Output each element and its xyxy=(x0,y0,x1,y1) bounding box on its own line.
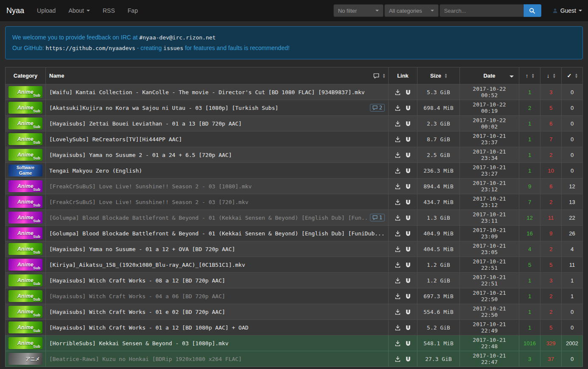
nav-item-about[interactable]: About xyxy=(62,0,96,21)
torrent-name-link[interactable]: Tengai Makyou Zero (English) xyxy=(49,168,385,174)
header-leechers[interactable]: ↓▴▾ xyxy=(540,67,562,84)
category-select[interactable]: All categories xyxy=(384,4,439,17)
download-link[interactable] xyxy=(395,120,401,127)
torrent-name-link[interactable]: [FreakCrSuBuS] Love Live! Sunshine!! Sea… xyxy=(49,183,385,190)
torrent-name-link[interactable]: [LovelySubs] ReCreators[TV][Hi444PP AAC] xyxy=(49,136,385,143)
magnet-link[interactable] xyxy=(405,278,411,284)
magnet-link[interactable] xyxy=(405,294,411,299)
issues-link[interactable]: issues xyxy=(163,45,183,51)
torrent-name-link[interactable]: [Hayaisubs] Yama no Susume - 01 a 12 + O… xyxy=(49,246,385,252)
seeders-cell: 1 xyxy=(519,320,540,335)
filter-select[interactable]: No filter xyxy=(333,4,384,17)
category-icon-anime-non-english-translated[interactable]: AnimeSub xyxy=(8,212,42,224)
download-link[interactable] xyxy=(395,340,401,347)
magnet-link[interactable] xyxy=(405,325,411,331)
category-icon-anime-english-translated[interactable]: AnimeSub xyxy=(8,321,42,333)
magnet-icon xyxy=(405,325,411,331)
category-icon-anime-non-english-translated[interactable]: AnimeSub xyxy=(8,196,42,208)
download-link[interactable] xyxy=(395,215,401,221)
category-icon-anime-raw[interactable]: アニメ xyxy=(8,353,42,365)
torrent-name-link[interactable]: [FreakCrSuBuS] Love Live! Sunshine!! Sea… xyxy=(49,199,385,205)
download-link[interactable] xyxy=(395,293,401,299)
magnet-link[interactable] xyxy=(405,168,411,174)
github-link[interactable]: https://github.com/nyaadevs xyxy=(46,45,135,51)
torrent-name-link[interactable]: [Hayaisubs] Witch Craft Works - 04 a 06 … xyxy=(49,293,385,299)
torrent-name-link[interactable]: [Golumpa] Blood Blockade Battlefront & B… xyxy=(49,230,385,237)
search-button[interactable] xyxy=(524,4,541,17)
magnet-link[interactable] xyxy=(405,89,411,95)
download-link[interactable] xyxy=(395,356,401,362)
magnet-link[interactable] xyxy=(405,341,411,347)
header-size[interactable]: Size▴▾ xyxy=(417,67,460,84)
download-link[interactable] xyxy=(395,136,401,143)
header-date[interactable]: Date xyxy=(460,67,519,84)
link-cell xyxy=(389,194,417,210)
magnet-link[interactable] xyxy=(405,215,411,221)
torrent-name-link[interactable]: [Hayaisubs] Witch Craft Works - 08 a 12 … xyxy=(49,277,385,284)
magnet-icon xyxy=(405,341,411,347)
magnet-link[interactable] xyxy=(405,231,411,237)
nav-item-rss[interactable]: RSS xyxy=(96,0,121,21)
check-icon: ✓ xyxy=(567,73,572,79)
torrent-name-link[interactable]: [Akatsuki]Kujira no Kora wa Sajou ni Uta… xyxy=(49,105,367,111)
download-link[interactable] xyxy=(395,324,401,331)
comments-badge[interactable]: 2 xyxy=(370,104,385,112)
category-icon-anime-english-translated[interactable]: AnimeSub xyxy=(8,290,42,302)
torrent-name-link[interactable]: [Hayaisubs] Witch Craft Works - 01 e 02 … xyxy=(49,309,385,315)
category-icon-anime-non-english-translated[interactable]: AnimeSub xyxy=(8,227,42,239)
magnet-link[interactable] xyxy=(405,262,411,268)
issues-code: issues xyxy=(163,45,183,51)
category-icon-anime-english-translated[interactable]: AnimeSub xyxy=(8,102,42,114)
torrent-name-link[interactable]: [Hayaisubs] Witch Craft Works - 01 a 12 … xyxy=(49,324,385,331)
magnet-link[interactable] xyxy=(405,184,411,190)
torrent-name-link[interactable]: [Beatrice-Raws] Kuzu no Honkai [BDRip 19… xyxy=(49,356,385,362)
magnet-link[interactable] xyxy=(405,121,411,127)
category-icon-anime-non-english-translated[interactable]: AnimeSub xyxy=(8,180,42,192)
torrent-name-link[interactable]: [Hayaisubs] Yama no Susume 2 - 01 a 24 +… xyxy=(49,152,385,158)
torrent-name-link[interactable]: [HorribleSubs] Kekkai Sensen & Beyond - … xyxy=(49,340,385,347)
download-link[interactable] xyxy=(395,199,401,205)
download-link[interactable] xyxy=(395,230,401,237)
torrent-name-link[interactable]: [Kiriya]_Aikatsu_158_(1920x1080_Blu-ray_… xyxy=(49,262,385,268)
category-icon-anime-english-translated[interactable]: AnimeSub xyxy=(8,149,42,161)
download-link[interactable] xyxy=(395,105,401,111)
search-input[interactable] xyxy=(440,4,524,17)
comments-badge[interactable]: 1 xyxy=(370,214,385,221)
category-icon-anime-english-translated[interactable]: AnimeSub xyxy=(8,243,42,255)
nav-item-upload[interactable]: Upload xyxy=(31,0,62,21)
download-icon xyxy=(395,215,401,221)
category-icon-anime-english-translated[interactable]: AnimeSub xyxy=(8,306,42,318)
magnet-link[interactable] xyxy=(405,246,411,252)
magnet-link[interactable] xyxy=(405,105,411,111)
magnet-link[interactable] xyxy=(405,199,411,205)
torrent-name-link[interactable]: [Hayaisubs] Zettai Bouei Leviathan - 01 … xyxy=(49,120,385,127)
category-icon-anime-english-translated[interactable]: AnimeSub xyxy=(8,337,42,349)
magnet-link[interactable] xyxy=(405,356,411,362)
download-link[interactable] xyxy=(395,89,401,95)
category-icon-anime-english-translated[interactable]: AnimeSub xyxy=(8,274,42,286)
magnet-link[interactable] xyxy=(405,309,411,315)
download-link[interactable] xyxy=(395,183,401,190)
download-link[interactable] xyxy=(395,168,401,174)
download-link[interactable] xyxy=(395,277,401,284)
category-icon-anime-english-translated[interactable]: AnimeSub xyxy=(8,133,42,145)
category-icon-anime-non-english-translated[interactable]: AnimeSub xyxy=(8,259,42,271)
header-comments-sort[interactable]: ▴▾ xyxy=(373,73,385,79)
download-link[interactable] xyxy=(395,309,401,315)
header-seeders[interactable]: ↑▴▾ xyxy=(519,67,540,84)
download-link[interactable] xyxy=(395,152,401,158)
torrent-name-link[interactable]: [Golumpa] Blood Blockade Battlefront & B… xyxy=(49,215,367,221)
header-completed[interactable]: ✓▴▾ xyxy=(562,67,583,84)
download-link[interactable] xyxy=(395,262,401,268)
category-icon-software-games[interactable]: SoftwareGame xyxy=(8,165,42,176)
user-menu[interactable]: Guest xyxy=(552,7,582,14)
magnet-link[interactable] xyxy=(405,137,411,143)
nav-item-fap[interactable]: Fap xyxy=(121,0,144,21)
magnet-link[interactable] xyxy=(405,152,411,158)
brand-link[interactable]: Nyaa xyxy=(0,6,31,15)
category-label: Anime xyxy=(17,340,34,346)
category-icon-anime-english-translated[interactable]: AnimeSub xyxy=(8,117,42,129)
download-link[interactable] xyxy=(395,246,401,252)
category-icon-anime-english-translated[interactable]: AnimeSub xyxy=(8,86,42,98)
torrent-name-link[interactable]: [Waifu] Kantai Collection - KanColle - T… xyxy=(49,89,385,95)
